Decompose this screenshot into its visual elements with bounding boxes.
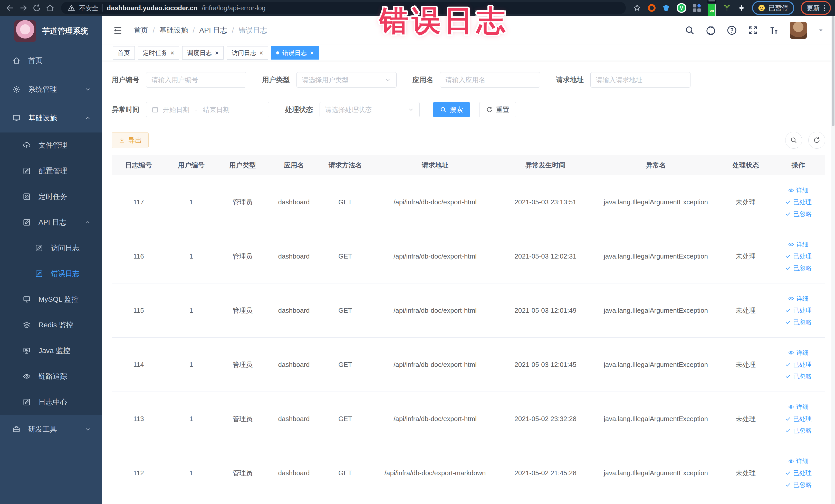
refresh-table-button[interactable] [808, 132, 825, 149]
sidebar-item-14[interactable]: 研发工具 [0, 415, 102, 444]
reload-icon[interactable] [31, 2, 43, 14]
tab-错误日志[interactable]: 错误日志× [271, 46, 319, 60]
sidebar-item-1[interactable]: 系统管理 [0, 75, 102, 104]
sidebar-fold-icon[interactable] [113, 25, 123, 36]
close-icon[interactable]: × [215, 49, 219, 56]
extension-v-icon[interactable]: V [677, 3, 686, 13]
action-已处理[interactable]: 已处理 [785, 198, 812, 206]
action-已处理[interactable]: 已处理 [785, 252, 812, 260]
font-size-icon[interactable] [769, 25, 779, 36]
action-已忽略[interactable]: 已忽略 [785, 210, 812, 218]
view-icon [788, 241, 794, 247]
tab-访问日志[interactable]: 访问日志× [227, 46, 268, 60]
table-cell: 管理员 [217, 306, 268, 315]
action-已忽略[interactable]: 已忽略 [785, 481, 812, 489]
sidebar-item-5[interactable]: 定时任务 [0, 184, 102, 209]
extensions-puzzle-icon[interactable] [738, 4, 746, 12]
browser-menu-icon[interactable] [824, 5, 825, 11]
row-actions: 详细已处理已忽略 [771, 457, 825, 489]
action-已处理[interactable]: 已处理 [785, 361, 812, 369]
check-icon [785, 362, 791, 368]
sidebar-item-3[interactable]: 文件管理 [0, 133, 102, 158]
status-select[interactable]: 请选择处理状态 [320, 102, 420, 117]
extension-shield-icon[interactable] [662, 4, 670, 12]
toggle-search-button[interactable] [785, 132, 802, 149]
action-详细[interactable]: 详细 [788, 349, 809, 357]
view-icon [788, 296, 794, 302]
action-已忽略[interactable]: 已忽略 [785, 372, 812, 381]
range-separator: - [195, 106, 197, 114]
action-详细[interactable]: 详细 [788, 457, 809, 465]
sidebar-item-13[interactable]: 日志中心 [0, 389, 102, 415]
table-cell: 管理员 [217, 415, 268, 423]
table-cell: 1 [166, 253, 217, 260]
action-详细[interactable]: 详细 [788, 295, 809, 303]
forward-icon[interactable] [18, 2, 29, 14]
extension-leaf-icon[interactable] [723, 4, 731, 12]
search-button[interactable]: 搜索 [433, 102, 470, 117]
user-id-label: 用户编号 [111, 75, 139, 84]
sidebar-item-8[interactable]: 错误日志 [0, 261, 102, 286]
action-详细[interactable]: 详细 [788, 186, 809, 194]
extension-grid-icon[interactable] [693, 4, 701, 12]
breadcrumb-item[interactable]: 基础设施 [159, 25, 188, 35]
column-header: 异常名 [592, 161, 720, 170]
exception-time-range[interactable]: 开始日期 - 结束日期 [146, 102, 269, 117]
reset-button[interactable]: 重置 [479, 102, 516, 117]
sidebar-item-7[interactable]: 访问日志 [0, 235, 102, 261]
action-已忽略[interactable]: 已忽略 [785, 318, 812, 326]
extension-on-icon[interactable]: on [708, 0, 716, 17]
close-icon[interactable]: × [310, 49, 314, 56]
page-scrollbar[interactable] [831, 16, 835, 504]
table-cell: dashboard [268, 306, 320, 315]
export-button[interactable]: 导出 [111, 132, 149, 148]
update-badge[interactable]: 更新 [801, 1, 831, 15]
table-cell: dashboard [268, 198, 320, 206]
user-id-input[interactable]: 请输入用户编号 [146, 72, 246, 87]
help-icon[interactable] [727, 25, 737, 36]
paused-badge[interactable]: 已暂停 [752, 1, 794, 15]
action-详细[interactable]: 详细 [788, 403, 809, 411]
extension-orange-icon[interactable] [648, 4, 656, 12]
breadcrumb-item[interactable]: API 日志 [200, 25, 227, 35]
close-icon[interactable]: × [259, 49, 263, 56]
tab-定时任务[interactable]: 定时任务× [138, 46, 179, 60]
breadcrumb-item[interactable]: 首页 [134, 25, 148, 35]
tab-首页[interactable]: 首页 [113, 46, 135, 60]
sidebar-item-6[interactable]: API 日志 [0, 209, 102, 235]
avatar-caret-icon[interactable] [817, 27, 824, 34]
sidebar-item-9[interactable]: MySQL 监控 [0, 286, 102, 312]
action-已处理[interactable]: 已处理 [785, 415, 812, 423]
table-cell: java.lang.IllegalArgumentException [592, 253, 720, 260]
app-logo-row[interactable]: 芋道管理系统 [0, 16, 102, 46]
sidebar-item-10[interactable]: Redis 监控 [0, 312, 102, 338]
address-bar[interactable]: 不安全 dashboard.yudao.iocoder.cn/infra/log… [61, 2, 626, 14]
fullscreen-icon[interactable] [748, 25, 758, 36]
status-label: 处理状态 [285, 105, 313, 114]
action-label: 已处理 [793, 252, 812, 260]
sidebar-item-0[interactable]: 首页 [0, 46, 102, 75]
action-已处理[interactable]: 已处理 [785, 306, 812, 315]
user-type-select[interactable]: 请选择用户类型 [297, 72, 396, 87]
close-icon[interactable]: × [170, 49, 174, 56]
sidebar-item-11[interactable]: Java 监控 [0, 338, 102, 364]
home-icon[interactable] [44, 2, 56, 14]
action-已处理[interactable]: 已处理 [785, 469, 812, 477]
back-icon[interactable] [4, 2, 16, 14]
action-已忽略[interactable]: 已忽略 [785, 264, 812, 272]
scrollbar-thumb[interactable] [832, 16, 834, 126]
request-url-input[interactable]: 请输入请求地址 [590, 72, 691, 87]
check-icon [785, 373, 791, 380]
app-name-input[interactable]: 请输入应用名 [440, 72, 540, 87]
sidebar-item-2[interactable]: 基础设施 [0, 104, 102, 133]
action-已忽略[interactable]: 已忽略 [785, 426, 812, 435]
github-icon[interactable] [706, 25, 716, 36]
user-avatar[interactable] [790, 22, 807, 39]
sidebar-item-4[interactable]: 配置管理 [0, 158, 102, 184]
security-label[interactable]: 不安全 [79, 4, 98, 12]
bookmark-star-icon[interactable] [633, 4, 641, 12]
action-详细[interactable]: 详细 [788, 240, 809, 248]
search-icon[interactable] [685, 25, 695, 36]
sidebar-item-12[interactable]: 链路追踪 [0, 364, 102, 389]
tab-调度日志[interactable]: 调度日志× [182, 46, 224, 60]
